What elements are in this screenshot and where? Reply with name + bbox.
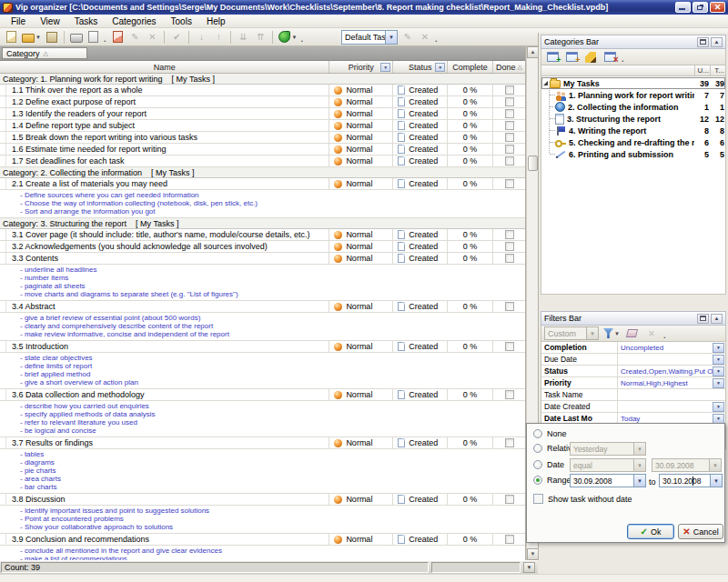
move-up-button[interactable]: ↑ bbox=[210, 29, 227, 45]
task-row[interactable]: 1.4 Define report type and subjectNormal… bbox=[0, 120, 525, 132]
menu-view[interactable]: View bbox=[33, 16, 67, 26]
add-category-button[interactable] bbox=[544, 49, 561, 65]
clear-filter-button[interactable] bbox=[624, 326, 641, 342]
scrollbar-thumb[interactable] bbox=[528, 156, 538, 171]
filter-dropdown-button[interactable]: ▼ bbox=[713, 414, 724, 424]
done-checkbox[interactable] bbox=[505, 145, 514, 154]
task-row[interactable]: 3.7 Results or findingsNormalCreated0 % bbox=[0, 437, 525, 449]
done-checkbox[interactable] bbox=[505, 109, 514, 118]
done-checkbox[interactable] bbox=[505, 230, 514, 239]
delete-filter-button[interactable]: ✕ bbox=[643, 326, 660, 342]
done-checkbox[interactable] bbox=[505, 254, 514, 263]
filter-row-due-date[interactable]: Due Date▼ bbox=[541, 354, 725, 366]
tree-item-category-6[interactable]: 6. Printing and submission55 bbox=[541, 148, 725, 160]
tree-column-uncompleted[interactable]: U... bbox=[694, 65, 710, 75]
menu-tasks[interactable]: Tasks bbox=[67, 16, 106, 26]
done-checkbox[interactable] bbox=[505, 535, 514, 544]
panel-pin-button[interactable] bbox=[697, 37, 709, 47]
done-checkbox[interactable] bbox=[505, 242, 514, 251]
filter-dropdown-button[interactable]: ▼ bbox=[713, 355, 724, 365]
statusbar-menu-button[interactable]: ▼ bbox=[523, 562, 535, 573]
filter-row-status[interactable]: StatusCreated,Open,Waiting,Put On Hold,C… bbox=[541, 366, 725, 377]
chevron-down-icon[interactable]: ▼ bbox=[586, 327, 598, 339]
tree-item-my-tasks[interactable]: My Tasks3939 bbox=[541, 77, 725, 89]
task-row[interactable]: 3.8 DiscussionNormalCreated0 % bbox=[0, 494, 525, 506]
restore-button[interactable] bbox=[693, 2, 708, 13]
category-group-row[interactable]: Category: 1. Planning work for report wr… bbox=[0, 74, 525, 85]
close-button[interactable]: ✕ bbox=[710, 2, 725, 13]
tree-item-category-1[interactable]: 1. Planning work for report writing77 bbox=[541, 89, 725, 101]
filter-dropdown-button[interactable]: ▼ bbox=[713, 343, 724, 353]
filter-preset-combo[interactable]: Custom ▼ bbox=[544, 326, 599, 340]
done-checkbox[interactable] bbox=[505, 121, 514, 130]
move-down-button[interactable]: ↓ bbox=[193, 29, 209, 45]
print-button[interactable] bbox=[68, 29, 85, 45]
date-radio[interactable] bbox=[533, 460, 542, 469]
none-radio[interactable] bbox=[533, 429, 542, 438]
open-button[interactable]: ▼ bbox=[20, 29, 43, 45]
menu-help[interactable]: Help bbox=[199, 16, 233, 26]
filter-dropdown-button[interactable]: ▼ bbox=[713, 378, 724, 388]
panel-collapse-button[interactable]: ▲ bbox=[711, 37, 723, 47]
delete-category-button[interactable] bbox=[602, 49, 618, 65]
task-row[interactable]: 1.1 Think over the report as a wholeNorm… bbox=[0, 85, 525, 96]
task-row[interactable]: 1.3 Identify the readers of your reportN… bbox=[0, 108, 525, 120]
done-checkbox[interactable] bbox=[505, 156, 514, 166]
filter-row-priority[interactable]: PriorityNormal,High,Highest▼ bbox=[541, 377, 725, 389]
chevron-down-icon[interactable]: ▼ bbox=[633, 475, 645, 487]
range-radio[interactable] bbox=[533, 476, 542, 485]
filter-dropdown-button[interactable]: ▼ bbox=[713, 402, 724, 412]
relative-value-combo[interactable]: Yesterday ▼ bbox=[570, 442, 646, 456]
menu-file[interactable]: File bbox=[4, 16, 33, 26]
task-row[interactable]: 3.2 Acknowledgements (you should acknowl… bbox=[0, 241, 525, 253]
task-row[interactable]: 1.2 Define exact purpose of reportNormal… bbox=[0, 96, 525, 108]
filter-row-task-name[interactable]: Task Name bbox=[541, 389, 725, 401]
range-to-combo[interactable]: 30.10.2008 ▼ bbox=[659, 474, 723, 487]
print-preview-button[interactable] bbox=[86, 29, 102, 45]
relative-radio[interactable] bbox=[533, 444, 542, 453]
task-row[interactable]: 3.9 Conclusion and recommendationsNormal… bbox=[0, 534, 525, 546]
panel-pin-button[interactable] bbox=[697, 314, 709, 324]
done-checkbox[interactable] bbox=[505, 342, 514, 351]
menu-tools[interactable]: Tools bbox=[164, 16, 199, 26]
tree-item-category-5[interactable]: 5. Checking and re-drafting the rep66 bbox=[541, 136, 725, 148]
column-header-priority[interactable]: Priority▼ bbox=[329, 61, 393, 73]
category-group-row[interactable]: Category: 3. Structuring the report[ My … bbox=[0, 218, 525, 229]
show-task-without-date-checkbox[interactable] bbox=[533, 494, 543, 504]
date-operator-combo[interactable]: equal ▼ bbox=[570, 458, 646, 472]
tree-item-category-4[interactable]: 4. Writing the report88 bbox=[541, 125, 725, 136]
new-file-button[interactable] bbox=[3, 29, 19, 45]
expand-collapse-icon[interactable] bbox=[543, 81, 548, 85]
panel-collapse-button[interactable]: ▲ bbox=[711, 314, 723, 324]
task-row[interactable]: 3.6 Data collection and methodologyNorma… bbox=[0, 389, 525, 401]
filter-dropdown-button[interactable]: ▼ bbox=[713, 366, 724, 376]
group-by-category-button[interactable]: Category △ bbox=[2, 47, 87, 59]
done-checkbox[interactable] bbox=[505, 97, 514, 106]
status-filter-button[interactable]: ▼ bbox=[435, 63, 445, 72]
green-leaf-button[interactable]: ▼ bbox=[277, 29, 298, 45]
task-row[interactable]: 1.6 Estimate time needed for report writ… bbox=[0, 144, 525, 156]
cancel-button[interactable]: ✕ Cancel bbox=[678, 524, 723, 539]
save-button[interactable] bbox=[44, 29, 60, 45]
task-row[interactable]: 3.5 IntroductionNormalCreated0 % bbox=[0, 341, 525, 353]
delete-task-button[interactable]: ✕ bbox=[144, 29, 160, 45]
priority-filter-button[interactable]: ▼ bbox=[380, 63, 390, 72]
new-task-button[interactable] bbox=[109, 29, 126, 45]
ok-button[interactable]: ✓ Ok bbox=[627, 524, 674, 539]
edit-type-button[interactable]: ✎ bbox=[399, 29, 416, 45]
edit-category-button[interactable] bbox=[582, 49, 599, 65]
done-checkbox[interactable] bbox=[505, 302, 514, 311]
apply-filter-button[interactable]: ▼ bbox=[602, 326, 622, 342]
tree-item-category-2[interactable]: 2. Collecting the information11 bbox=[541, 101, 725, 113]
done-checkbox[interactable] bbox=[505, 495, 514, 504]
edit-task-button[interactable]: ✎ bbox=[126, 29, 143, 45]
date-value-combo[interactable]: 30.09.2008 ▼ bbox=[652, 458, 722, 472]
task-row[interactable]: 1.5 Break down the report writing into v… bbox=[0, 132, 525, 144]
filter-row-completion[interactable]: CompletionUncompleted▼ bbox=[541, 342, 725, 354]
range-from-combo[interactable]: 30.09.2008 ▼ bbox=[570, 474, 646, 487]
done-checkbox[interactable] bbox=[505, 390, 514, 399]
task-type-combo[interactable]: Default Tas▼ bbox=[341, 30, 398, 45]
move-bottom-button[interactable]: ⇊ bbox=[235, 29, 251, 45]
done-checkbox[interactable] bbox=[505, 179, 514, 188]
column-header-complete[interactable]: Complete bbox=[448, 61, 493, 73]
